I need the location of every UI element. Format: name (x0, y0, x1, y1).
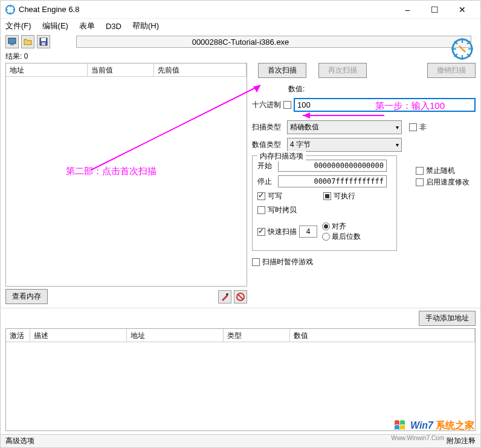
results-table[interactable]: 地址 当前值 先前值 (5, 63, 247, 287)
window-title: Cheat Engine 6.8 (19, 5, 394, 14)
no-random-checkbox[interactable] (416, 167, 424, 175)
mem-options-title: 内存扫描选项 (257, 151, 306, 161)
scan-type-label: 扫描类型 (252, 122, 285, 132)
writable-checkbox[interactable] (257, 192, 265, 200)
clear-list-icon[interactable] (234, 290, 247, 304)
chevron-down-icon: ▾ (396, 141, 399, 148)
address-list-header: 激活 描述 地址 类型 数值 (6, 329, 475, 342)
executable-label: 可执行 (334, 191, 355, 201)
open-process-button[interactable] (5, 35, 19, 48)
col-active[interactable]: 激活 (6, 329, 30, 342)
first-scan-button[interactable]: 首次扫描 (258, 63, 306, 78)
menubar: 文件(F) 编辑(E) 表单 D3D 帮助(H) (1, 19, 480, 33)
svg-rect-5 (42, 42, 45, 45)
pause-game-label: 扫描时暂停游戏 (262, 257, 313, 267)
hex-checkbox[interactable] (283, 101, 291, 109)
scan-type-dropdown[interactable]: 精确数值▾ (287, 120, 402, 134)
address-list[interactable]: 激活 描述 地址 类型 数值 (5, 328, 476, 431)
watermark: Win7系统之家 (393, 418, 474, 433)
maximize-button[interactable]: ☐ (421, 1, 448, 18)
advanced-options[interactable]: 高级选项 (5, 436, 34, 446)
svg-rect-2 (10, 44, 14, 45)
results-count: 结果: 0 (1, 50, 480, 63)
col-value[interactable]: 数值 (290, 329, 475, 342)
last-digits-radio[interactable] (322, 233, 330, 241)
alignment-input[interactable] (299, 226, 317, 238)
toolbar: 0000288C-Tutorial-i386.exe (1, 33, 480, 50)
cow-label: 写时拷贝 (268, 205, 297, 215)
side-options: 禁止随机 启用速度修改 (416, 166, 470, 189)
menu-file[interactable]: 文件(F) (5, 21, 31, 31)
window-titlebar: Cheat Engine 6.8 – ☐ ✕ (1, 1, 480, 19)
stop-input[interactable] (278, 175, 387, 187)
process-name: 0000288C-Tutorial-i386.exe (192, 37, 289, 47)
not-checkbox[interactable] (409, 123, 417, 131)
windows-flag-icon (393, 418, 408, 433)
advanced-tools-icon[interactable] (218, 290, 231, 304)
value-input[interactable] (294, 98, 476, 112)
stop-label: 停止 (257, 177, 276, 187)
col-current[interactable]: 当前值 (88, 63, 154, 76)
fast-scan-label: 快速扫描 (268, 227, 297, 237)
fast-scan-checkbox[interactable] (257, 228, 265, 236)
close-button[interactable]: ✕ (448, 1, 476, 18)
svg-rect-1 (8, 38, 16, 44)
menu-help[interactable]: 帮助(H) (132, 21, 159, 31)
add-address-button[interactable]: 手动添加地址 (419, 311, 476, 326)
app-icon (5, 5, 15, 15)
undo-scan-button: 撤销扫描 (427, 63, 476, 78)
col-addr[interactable]: 地址 (127, 329, 224, 342)
svg-rect-4 (41, 38, 46, 41)
writable-label: 可写 (268, 191, 282, 201)
menu-d3d[interactable]: D3D (106, 22, 121, 31)
chevron-down-icon: ▾ (396, 124, 399, 131)
svg-point-7 (226, 293, 228, 296)
col-type[interactable]: 类型 (224, 329, 290, 342)
pause-game-checkbox[interactable] (252, 258, 260, 266)
save-button[interactable] (37, 35, 50, 48)
settings-icon[interactable] (450, 37, 474, 61)
col-desc[interactable]: 描述 (30, 329, 127, 342)
window-controls: – ☐ ✕ (394, 1, 476, 18)
value-type-dropdown[interactable]: 4 字节▾ (287, 138, 402, 152)
value-label: 数值: (288, 84, 305, 94)
view-memory-button[interactable]: 查看内存 (5, 289, 48, 304)
cow-checkbox[interactable] (257, 206, 265, 214)
start-input[interactable] (278, 160, 387, 172)
results-header: 地址 当前值 先前值 (6, 63, 247, 77)
minimize-button[interactable]: – (394, 1, 421, 18)
not-label: 非 (419, 122, 427, 132)
speedhack-checkbox[interactable] (416, 178, 424, 186)
hex-label: 十六进制 (252, 100, 281, 110)
start-label: 开始 (257, 161, 276, 171)
memory-scan-options: 内存扫描选项 开始 停止 可写 可执行 写 (252, 155, 397, 251)
col-address[interactable]: 地址 (6, 63, 88, 76)
open-file-button[interactable] (21, 35, 34, 48)
aligned-radio[interactable] (322, 222, 330, 230)
value-type-label: 数值类型 (252, 140, 285, 150)
watermark-url: Www.Winwin7.Com (391, 435, 444, 441)
executable-checkbox[interactable] (323, 192, 331, 200)
menu-edit[interactable]: 编辑(E) (42, 21, 68, 31)
col-previous[interactable]: 先前值 (154, 63, 247, 76)
attach-comment[interactable]: 附加注释 (447, 436, 476, 446)
next-scan-button: 再次扫描 (318, 63, 367, 78)
menu-table[interactable]: 表单 (79, 21, 95, 31)
